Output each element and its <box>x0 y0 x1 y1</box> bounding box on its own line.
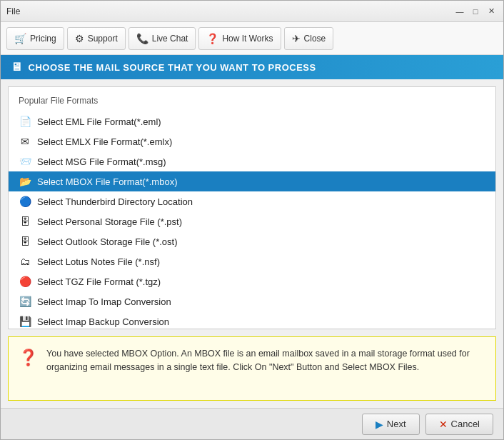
live-chat-label: Live Chat <box>152 34 188 44</box>
list-item-label-eml: Select EML File Format(*.eml) <box>37 116 161 127</box>
cancel-icon: ✕ <box>439 419 448 430</box>
section-header-text: CHOOSE THE MAIL SOURCE THAT YOU WANT TO … <box>29 62 316 73</box>
list-item-icon-tgz: 🔴 <box>19 275 31 288</box>
section-header-icon: 🖥 <box>11 61 23 74</box>
main-window: File — □ ✕ 🛒 Pricing ⚙ Support 📞 Live Ch… <box>0 0 504 440</box>
minimize-button[interactable]: — <box>453 5 466 18</box>
list-item-label-nsf: Select Lotus Notes File (*.nsf) <box>37 256 160 267</box>
list-item-label-mbox: Select MBOX File Format(*.mbox) <box>37 176 178 187</box>
info-icon: ❓ <box>19 349 38 367</box>
list-item-label-tgz: Select TGZ File Format (*.tgz) <box>37 276 161 287</box>
info-box: ❓ You have selected MBOX Option. An MBOX… <box>8 336 496 401</box>
list-item-nsf[interactable]: 🗂Select Lotus Notes File (*.nsf) <box>9 251 495 271</box>
list-item-label-imap-backup: Select Imap Backup Conversion <box>37 316 169 327</box>
list-item-label-ost: Select Outlook Storage File (*.ost) <box>37 236 178 247</box>
file-list-container: Popular File Formats 📄Select EML File Fo… <box>8 86 496 329</box>
file-list: 📄Select EML File Format(*.eml)✉Select EM… <box>9 111 495 329</box>
list-item-eml[interactable]: 📄Select EML File Format(*.eml) <box>9 111 495 131</box>
list-item-icon-nsf: 🗂 <box>19 255 31 268</box>
support-icon: ⚙ <box>75 33 84 44</box>
support-button[interactable]: ⚙ Support <box>67 27 126 50</box>
list-item-imap-convert[interactable]: 🔄Select Imap To Imap Conversion <box>9 291 495 311</box>
toolbar: 🛒 Pricing ⚙ Support 📞 Live Chat ❓ How It… <box>1 22 503 55</box>
title-bar: File — □ ✕ <box>1 1 503 22</box>
maximize-button[interactable]: □ <box>469 5 482 18</box>
list-item-label-imap-convert: Select Imap To Imap Conversion <box>37 296 171 307</box>
list-item-label-pst: Select Personal Storage File (*.pst) <box>37 216 182 227</box>
list-item-emlx[interactable]: ✉Select EMLX File Format(*.emlx) <box>9 131 495 151</box>
list-item-icon-mbox: 📂 <box>19 175 31 188</box>
list-item-ost[interactable]: 🗄Select Outlook Storage File (*.ost) <box>9 231 495 251</box>
list-item-icon-emlx: ✉ <box>19 135 31 148</box>
how-it-works-button[interactable]: ❓ How It Works <box>198 27 281 50</box>
list-item-tgz[interactable]: 🔴Select TGZ File Format (*.tgz) <box>9 271 495 291</box>
list-item-mbox[interactable]: 📂Select MBOX File Format(*.mbox) <box>9 171 495 191</box>
live-chat-button[interactable]: 📞 Live Chat <box>128 27 196 50</box>
list-item-thunderbird[interactable]: 🔵Select Thunderbird Directory Location <box>9 191 495 211</box>
window-controls: — □ ✕ <box>453 5 498 18</box>
list-item-icon-imap-convert: 🔄 <box>19 295 31 308</box>
list-item-icon-msg: 📨 <box>19 155 31 168</box>
phone-icon: 📞 <box>136 33 148 44</box>
list-item-icon-thunderbird: 🔵 <box>19 195 31 208</box>
pricing-button[interactable]: 🛒 Pricing <box>6 27 64 50</box>
group-label: Popular File Formats <box>9 93 495 111</box>
pricing-icon: 🛒 <box>14 33 26 44</box>
main-content: Popular File Formats 📄Select EML File Fo… <box>1 79 503 408</box>
close-toolbar-button[interactable]: ✈ Close <box>284 27 334 50</box>
next-icon: ▶ <box>376 419 383 430</box>
pricing-label: Pricing <box>30 34 56 44</box>
list-item-icon-ost: 🗄 <box>19 235 31 248</box>
question-icon: ❓ <box>206 33 218 44</box>
list-item-icon-eml: 📄 <box>19 115 31 128</box>
close-toolbar-label: Close <box>304 34 326 44</box>
list-item-label-msg: Select MSG File Format(*.msg) <box>37 156 166 167</box>
cancel-button[interactable]: ✕ Cancel <box>425 414 493 435</box>
cancel-label: Cancel <box>451 419 480 429</box>
close-toolbar-icon: ✈ <box>292 33 301 44</box>
close-button[interactable]: ✕ <box>485 5 498 18</box>
footer: ▶ Next ✕ Cancel <box>1 408 503 439</box>
window-title: File <box>6 6 20 16</box>
list-item-imap-backup[interactable]: 💾Select Imap Backup Conversion <box>9 311 495 329</box>
list-item-pst[interactable]: 🗄Select Personal Storage File (*.pst) <box>9 211 495 231</box>
list-item-icon-imap-backup: 💾 <box>19 315 31 328</box>
info-text: You have selected MBOX Option. An MBOX f… <box>46 347 485 374</box>
list-item-label-thunderbird: Select Thunderbird Directory Location <box>37 196 193 207</box>
how-it-works-label: How It Works <box>222 34 273 44</box>
list-item-icon-pst: 🗄 <box>19 215 31 228</box>
section-header: 🖥 CHOOSE THE MAIL SOURCE THAT YOU WANT T… <box>1 55 503 79</box>
list-item-msg[interactable]: 📨Select MSG File Format(*.msg) <box>9 151 495 171</box>
next-label: Next <box>387 419 406 429</box>
next-button[interactable]: ▶ Next <box>362 414 420 435</box>
support-label: Support <box>88 34 118 44</box>
list-item-label-emlx: Select EMLX File Format(*.emlx) <box>37 136 172 147</box>
